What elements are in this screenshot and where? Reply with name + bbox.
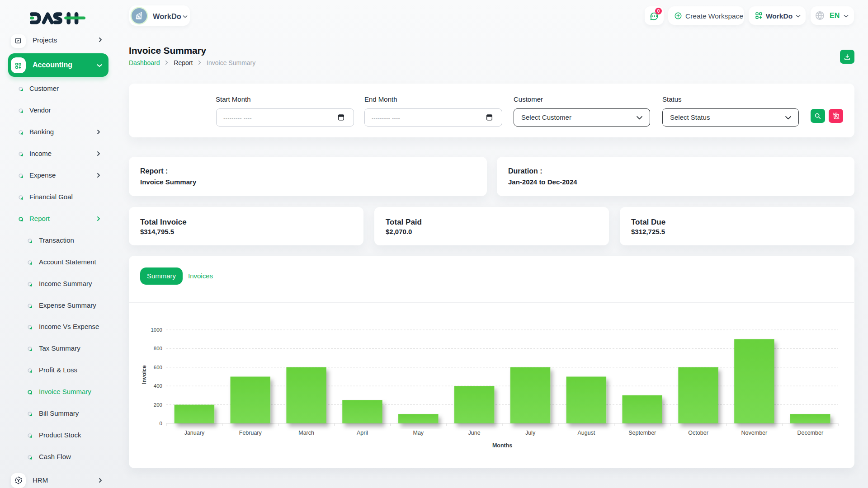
svg-text:April: April bbox=[357, 430, 368, 436]
svg-text:1000: 1000 bbox=[151, 327, 162, 333]
svg-text:October: October bbox=[688, 430, 708, 436]
svg-text:September: September bbox=[628, 430, 656, 436]
svg-text:Invoice: Invoice bbox=[141, 365, 147, 384]
svg-text:Months: Months bbox=[492, 442, 512, 449]
svg-text:0: 0 bbox=[160, 421, 162, 426]
svg-text:July: July bbox=[525, 430, 536, 436]
svg-text:600: 600 bbox=[154, 365, 162, 370]
svg-text:December: December bbox=[797, 430, 823, 436]
svg-text:800: 800 bbox=[154, 346, 162, 351]
svg-text:February: February bbox=[239, 430, 262, 436]
svg-text:August: August bbox=[577, 430, 595, 436]
svg-text:400: 400 bbox=[154, 383, 162, 389]
svg-text:May: May bbox=[413, 430, 424, 436]
svg-text:January: January bbox=[184, 430, 205, 436]
svg-text:March: March bbox=[298, 430, 314, 436]
svg-text:200: 200 bbox=[154, 402, 162, 408]
svg-text:November: November bbox=[741, 430, 768, 436]
svg-text:June: June bbox=[468, 430, 481, 436]
